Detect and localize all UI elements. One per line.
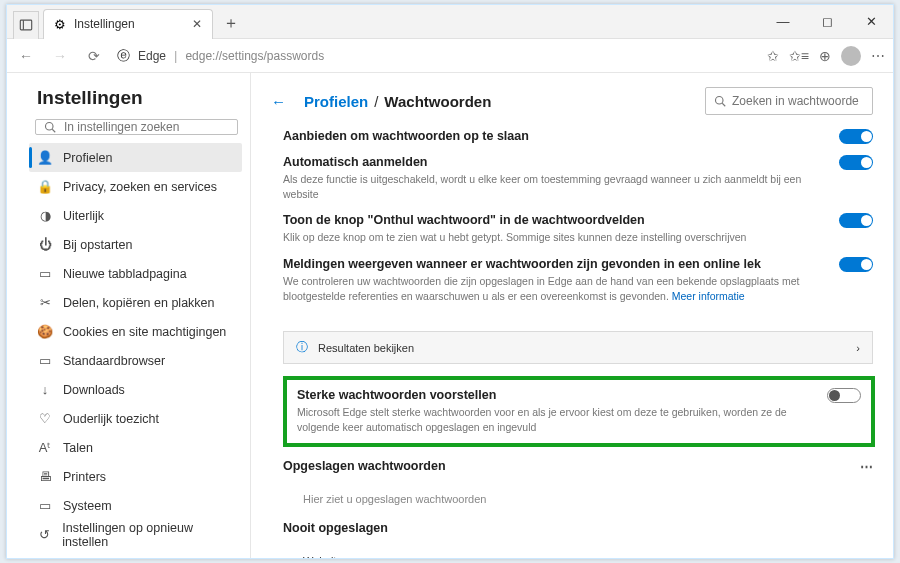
setting-row-1: Automatisch aanmeldenAls deze functie is… [283, 155, 873, 201]
minimize-button[interactable]: — [761, 5, 805, 38]
title-bar: ⚙ Instellingen ✕ ＋ — ◻ ✕ [7, 5, 893, 39]
sidebar-item-8[interactable]: ↓Downloads [29, 375, 242, 404]
favorites-icon[interactable]: ✩≡ [789, 48, 809, 64]
suggest-strong-passwords: Sterke wachtwoorden voorstellen Microsof… [283, 376, 875, 446]
toggle-3[interactable] [839, 257, 873, 272]
sidebar-item-10[interactable]: AᵗTalen [29, 433, 242, 462]
sidebar-item-icon: 👤 [37, 150, 53, 165]
toggle-2[interactable] [839, 213, 873, 228]
maximize-button[interactable]: ◻ [805, 5, 849, 38]
toggle-suggest-strong-passwords[interactable] [827, 388, 861, 403]
sidebar-item-icon: ▭ [37, 353, 53, 368]
sidebar-item-icon: ⏻ [37, 237, 53, 252]
sidebar-item-1[interactable]: 🔒Privacy, zoeken en services [29, 172, 242, 201]
sidebar-item-label: Telefoon en andere apparaten [63, 557, 230, 559]
sidebar-item-icon: Aᵗ [37, 440, 53, 455]
setting-title: Sterke wachtwoorden voorstellen [297, 388, 811, 402]
tab-title: Instellingen [74, 17, 184, 31]
saved-passwords-section: Opgeslagen wachtwoorden ⋯ [283, 459, 873, 473]
sidebar-search[interactable] [35, 119, 238, 135]
star-icon[interactable]: ✩ [767, 48, 779, 64]
setting-title: Meldingen weergeven wanneer er wachtwoor… [283, 257, 823, 271]
toggle-0[interactable] [839, 129, 873, 144]
sidebar-item-4[interactable]: ▭Nieuwe tabbladpagina [29, 259, 242, 288]
setting-row-0: Aanbieden om wachtwoorden op te slaan [283, 129, 873, 143]
sidebar-title: Instellingen [37, 87, 242, 109]
sidebar-items: 👤Profielen🔒Privacy, zoeken en services◑U… [29, 143, 242, 558]
sidebar-item-14[interactable]: ▭Telefoon en andere apparaten [29, 549, 242, 558]
sidebar-item-icon: ↺ [37, 527, 52, 542]
breadcrumb: Profielen / Wachtwoorden [304, 93, 491, 110]
sidebar-item-label: Talen [63, 441, 93, 455]
more-info-link[interactable]: Meer informatie [672, 290, 745, 302]
never-saved-section: Nooit opgeslagen [283, 521, 873, 535]
browser-tab[interactable]: ⚙ Instellingen ✕ [43, 9, 213, 39]
sidebar-item-11[interactable]: 🖶Printers [29, 462, 242, 491]
sidebar-item-icon: 🍪 [37, 324, 53, 339]
forward-button[interactable]: → [49, 48, 71, 64]
sidebar-item-label: Nieuwe tabbladpagina [63, 267, 187, 281]
setting-title: Toon de knop "Onthul wachtwoord" in de w… [283, 213, 823, 227]
toggle-1[interactable] [839, 155, 873, 170]
info-icon: ⓘ [296, 339, 308, 356]
svg-line-3 [52, 129, 55, 132]
toolbar-right: ✩ ✩≡ ⊕ ⋯ [767, 46, 885, 66]
saved-empty-text: Hier ziet u opgeslagen wachtwoorden [283, 485, 873, 509]
new-tab-button[interactable]: ＋ [217, 13, 245, 34]
sidebar-item-9[interactable]: ♡Ouderlijk toezicht [29, 404, 242, 433]
content-back-button[interactable]: ← [271, 93, 286, 110]
sidebar-item-2[interactable]: ◑Uiterlijk [29, 201, 242, 230]
setting-row-2: Toon de knop "Onthul wachtwoord" in de w… [283, 213, 873, 245]
back-button[interactable]: ← [15, 48, 37, 64]
refresh-button[interactable]: ⟳ [83, 48, 105, 64]
sidebar-item-icon: ▭ [37, 556, 53, 558]
svg-line-5 [722, 103, 725, 106]
overflow-menu[interactable]: ⋯ [860, 459, 873, 474]
close-window-button[interactable]: ✕ [849, 5, 893, 38]
setting-desc: Microsoft Edge stelt sterke wachtwoorden… [297, 405, 811, 434]
content-search-input[interactable] [732, 94, 882, 108]
sidebar-item-6[interactable]: 🍪Cookies en site machtigingen [29, 317, 242, 346]
sidebar-item-13[interactable]: ↺Instellingen op opnieuw instellen [29, 520, 242, 549]
sidebar-item-icon: ♡ [37, 411, 53, 426]
breadcrumb-current: Wachtwoorden [384, 93, 491, 110]
never-column-label: Website [283, 547, 873, 558]
vertical-tabs-icon[interactable] [13, 11, 39, 39]
sidebar-search-input[interactable] [64, 120, 229, 134]
address-bar: ← → ⟳ ⓔ Edge | edge://settings/passwords… [7, 39, 893, 73]
overflow-menu[interactable]: ⋯ [871, 48, 885, 64]
setting-row-3: Meldingen weergeven wanneer er wachtwoor… [283, 257, 873, 303]
sidebar-item-7[interactable]: ▭Standaardbrowser [29, 346, 242, 375]
sidebar-item-icon: ✂ [37, 295, 53, 310]
sidebar-item-label: Downloads [63, 383, 125, 397]
sidebar-item-label: Printers [63, 470, 106, 484]
results-info-row[interactable]: ⓘ Resultaten bekijken › [283, 331, 873, 364]
search-icon [44, 121, 56, 133]
avatar[interactable] [841, 46, 861, 66]
sidebar-item-icon: 🔒 [37, 179, 53, 194]
sidebar-item-3[interactable]: ⏻Bij opstarten [29, 230, 242, 259]
sidebar-item-label: Ouderlijk toezicht [63, 412, 159, 426]
setting-title: Automatisch aanmelden [283, 155, 823, 169]
tab-strip: ⚙ Instellingen ✕ ＋ [7, 5, 245, 38]
omnibox[interactable]: ⓔ Edge | edge://settings/passwords [117, 47, 755, 65]
sidebar: Instellingen 👤Profielen🔒Privacy, zoeken … [7, 73, 251, 558]
content-search[interactable] [705, 87, 873, 115]
sidebar-item-label: Standaardbrowser [63, 354, 165, 368]
app-window: ⚙ Instellingen ✕ ＋ — ◻ ✕ ← → ⟳ ⓔ Edge | … [6, 4, 894, 559]
sidebar-item-0[interactable]: 👤Profielen [29, 143, 242, 172]
close-icon[interactable]: ✕ [192, 17, 202, 31]
settings-list: Aanbieden om wachtwoorden op te slaanAut… [271, 129, 873, 558]
breadcrumb-parent[interactable]: Profielen [304, 93, 368, 110]
sidebar-item-label: Instellingen op opnieuw instellen [62, 521, 234, 549]
sidebar-item-icon: 🖶 [37, 469, 53, 484]
url-text: edge://settings/passwords [185, 49, 324, 63]
sidebar-item-label: Bij opstarten [63, 238, 132, 252]
sidebar-item-icon: ◑ [37, 208, 53, 223]
svg-point-4 [716, 97, 724, 105]
sidebar-item-12[interactable]: ▭Systeem [29, 491, 242, 520]
sidebar-item-5[interactable]: ✂Delen, kopiëren en plakken [29, 288, 242, 317]
collections-icon[interactable]: ⊕ [819, 48, 831, 64]
sidebar-item-label: Cookies en site machtigingen [63, 325, 226, 339]
content-pane: ← Profielen / Wachtwoorden Aanbieden om … [251, 73, 893, 558]
